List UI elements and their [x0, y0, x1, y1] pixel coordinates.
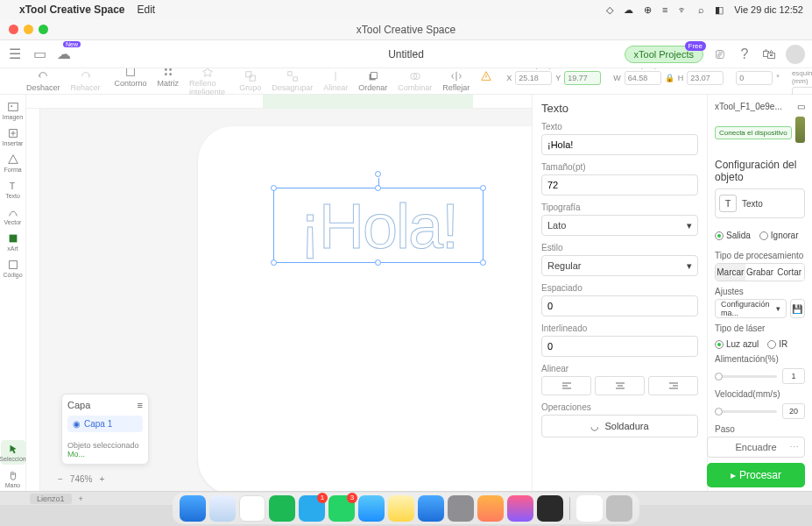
resize-handle-tl[interactable]: [271, 185, 277, 191]
laser-ir-radio[interactable]: IR: [767, 339, 787, 349]
tool-insert[interactable]: Insertar: [1, 124, 25, 149]
eye-icon[interactable]: ◉: [73, 419, 81, 429]
rotate-input[interactable]: 0: [736, 71, 773, 85]
pos-x-input[interactable]: 25.18: [515, 71, 552, 85]
pos-y-input[interactable]: 19.77: [564, 71, 601, 85]
output-radio[interactable]: Salida: [715, 231, 751, 240]
font-size-input[interactable]: [541, 174, 698, 195]
align-left-button[interactable]: [541, 376, 591, 395]
dock-launchpad[interactable]: [477, 495, 504, 522]
dock-finder[interactable]: [180, 495, 206, 522]
artboard[interactable]: [198, 126, 532, 491]
canvas-text-object[interactable]: ¡Hola!: [274, 188, 483, 264]
speed-value[interactable]: 20: [782, 403, 805, 419]
tab-engrave[interactable]: Grabar: [745, 264, 775, 281]
dock-appstore[interactable]: [418, 495, 444, 522]
settings-preset-select[interactable]: Configuración ma...▾: [715, 299, 787, 318]
tab-cut[interactable]: Cortar: [774, 264, 804, 281]
document-title[interactable]: Untitled: [388, 48, 424, 60]
zoom-out-button[interactable]: −: [58, 474, 63, 484]
warning-icon[interactable]: [480, 70, 492, 92]
layer-row-1[interactable]: ◉ Capa 1: [67, 416, 143, 432]
lock-aspect-icon[interactable]: 🔒: [665, 74, 674, 82]
wifi-icon[interactable]: ᯤ: [678, 4, 688, 15]
tool-xart[interactable]: xArt: [1, 230, 25, 254]
font-style-select[interactable]: Regular▾: [541, 255, 698, 276]
device-list-icon[interactable]: ▭: [797, 102, 805, 111]
dock-settings[interactable]: [448, 495, 474, 522]
dock-recent-doc[interactable]: [576, 495, 603, 522]
object-type-chip[interactable]: T Texto: [715, 188, 805, 218]
folder-icon[interactable]: ▭: [32, 46, 47, 62]
process-button[interactable]: ▸Procesar: [707, 463, 805, 487]
matrix-button[interactable]: Matriz: [158, 66, 180, 96]
layers-menu-icon[interactable]: ≡: [138, 400, 143, 410]
cart-icon[interactable]: 🛍: [761, 46, 777, 62]
align-center-button[interactable]: [595, 376, 645, 395]
tab-mark[interactable]: Marcar: [716, 264, 745, 281]
connect-device-button[interactable]: Conecta el dispositivo: [715, 126, 792, 139]
resize-handle-br[interactable]: [480, 259, 486, 266]
zoom-value[interactable]: 746%: [70, 474, 93, 484]
order-button[interactable]: Ordenar: [358, 70, 387, 92]
inbox-icon[interactable]: ◇: [606, 4, 613, 16]
speed-slider[interactable]: [715, 410, 777, 413]
cloud-status-icon[interactable]: ☁: [624, 4, 633, 16]
size-w-input[interactable]: 64.58: [625, 71, 661, 85]
resize-handle-t[interactable]: [375, 185, 381, 191]
menubar-clock[interactable]: Vie 29 dic 12:52: [734, 4, 803, 15]
tool-image[interactable]: Imagen: [1, 98, 25, 123]
tool-code[interactable]: Código: [1, 256, 25, 281]
resize-handle-b[interactable]: [375, 259, 381, 266]
help-icon[interactable]: ?: [737, 46, 752, 62]
menubar-edit[interactable]: Edit: [138, 4, 156, 16]
dock-safari[interactable]: [209, 495, 236, 522]
font-family-select[interactable]: Lato▾: [541, 215, 698, 236]
hamburger-icon[interactable]: ☰: [7, 46, 23, 62]
zoom-in-button[interactable]: +: [99, 474, 104, 484]
dock-notion[interactable]: [239, 495, 265, 522]
tool-vector[interactable]: Vector: [1, 203, 25, 228]
dock-shortcuts[interactable]: [507, 495, 533, 522]
add-icon[interactable]: ⊕: [644, 4, 652, 16]
dock-spotify[interactable]: [269, 495, 295, 522]
tool-text[interactable]: TTexto: [1, 177, 25, 202]
rotate-handle[interactable]: [375, 171, 381, 177]
reflect-button[interactable]: Reflejar: [442, 70, 470, 92]
weld-button[interactable]: ◡Soldadura: [541, 415, 698, 437]
align-right-button[interactable]: [648, 376, 698, 395]
selection-link[interactable]: Mo...: [67, 450, 85, 458]
cloud-icon[interactable]: ☁New: [56, 46, 72, 62]
camera-icon[interactable]: ⎚: [712, 46, 728, 62]
avatar[interactable]: [786, 45, 805, 64]
settings-save-icon[interactable]: 💾: [790, 299, 805, 318]
close-window-button[interactable]: [9, 25, 18, 34]
menu-icon[interactable]: ≡: [662, 4, 667, 15]
undo-button[interactable]: Deshacer: [26, 70, 60, 92]
canvas-area[interactable]: ¡Hola! Capa≡ ◉ Capa 1 Objeto seleccionad…: [26, 95, 532, 491]
tool-shape[interactable]: Forma: [1, 151, 25, 175]
tool-select[interactable]: Selección: [1, 440, 25, 465]
resize-handle-tr[interactable]: [480, 185, 486, 191]
letter-spacing-input[interactable]: [541, 295, 698, 316]
dock-telegram[interactable]: 1: [299, 495, 325, 522]
resize-handle-bl[interactable]: [271, 259, 277, 266]
menubar-app-name[interactable]: xTool Creative Space: [19, 4, 125, 16]
outline-button[interactable]: Contorno: [115, 66, 147, 96]
power-value[interactable]: 1: [782, 368, 805, 384]
text-selection-box[interactable]: ¡Hola!: [273, 188, 484, 263]
dock-xtool[interactable]: [537, 495, 563, 522]
size-h-input[interactable]: 23.07: [687, 71, 724, 85]
dock-notes[interactable]: [388, 495, 414, 522]
dock-whatsapp[interactable]: 3: [328, 495, 355, 522]
tool-hand[interactable]: Mano: [1, 466, 25, 491]
line-height-input[interactable]: [541, 336, 698, 357]
projects-button[interactable]: xTool Projects Free: [625, 46, 703, 63]
frame-more-icon[interactable]: ⋯: [789, 442, 799, 453]
power-slider[interactable]: [715, 375, 777, 378]
text-content-input[interactable]: [541, 134, 698, 155]
frame-button[interactable]: Encuadre⋯: [707, 437, 805, 458]
dock-trash[interactable]: [606, 495, 632, 522]
minimize-window-button[interactable]: [24, 25, 33, 34]
zoom-window-button[interactable]: [39, 25, 48, 34]
